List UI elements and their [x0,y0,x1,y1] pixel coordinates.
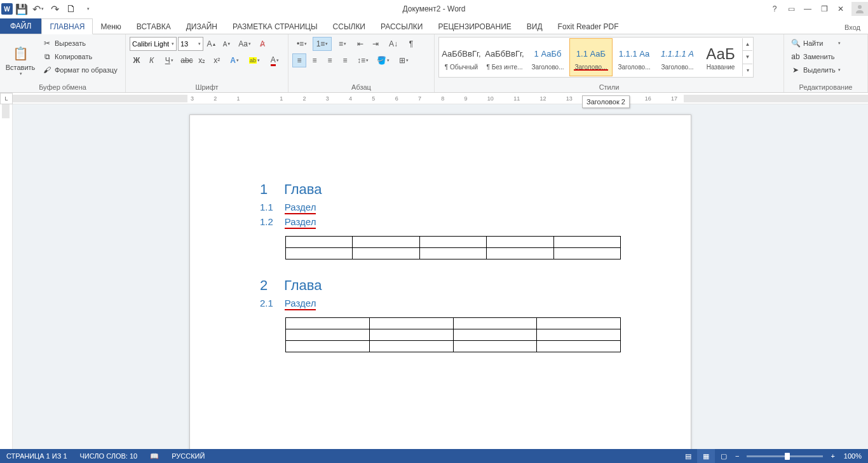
font-size-dropdown[interactable]: 13▾ [178,37,203,51]
styles-scroll-2[interactable]: ▾ [743,64,752,76]
format-painter-button[interactable]: 🖌Формат по образцу [39,64,120,76]
table-cell[interactable] [286,341,370,352]
borders-button[interactable]: ⊞▾ [394,53,413,67]
table-cell[interactable] [553,237,620,248]
tab-review[interactable]: РЕЦЕНЗИРОВАНИЕ [430,19,519,34]
align-right-button[interactable]: ≡ [323,53,337,67]
table-cell[interactable] [419,248,486,259]
status-page[interactable]: СТРАНИЦА 1 ИЗ 1 [0,449,74,463]
table-cell[interactable] [369,329,453,341]
underline-button[interactable]: Ч▾ [159,53,179,67]
bullets-button[interactable]: •≡▾ [292,37,311,51]
style-item-5[interactable]: 1.1.1.1 АЗаголово... [656,38,699,76]
table-cell[interactable] [286,248,353,259]
highlight-button[interactable]: ab▾ [245,53,264,67]
tab-view[interactable]: ВИД [519,19,550,34]
table-cell[interactable] [286,237,353,248]
align-left-button[interactable]: ≡ [292,53,306,67]
qat-new-button[interactable]: 🗋 [64,1,79,17]
view-print-button[interactable]: ▦ [697,449,715,463]
heading-2[interactable]: 2Глава [260,277,621,294]
replace-button[interactable]: abЗаменить [788,50,843,63]
tab-file[interactable]: ФАЙЛ [0,18,41,34]
style-item-0[interactable]: АаБбВвГг,¶ Обычный [440,38,483,76]
help-button[interactable]: ? [766,1,783,17]
table-cell[interactable] [537,318,621,329]
sort-button[interactable]: A↓ [384,37,403,51]
decrease-indent-button[interactable]: ⇤ [353,37,367,51]
increase-indent-button[interactable]: ⇥ [369,37,383,51]
text-effects-button[interactable]: A▾ [225,53,244,67]
table-cell[interactable] [453,329,537,341]
user-avatar[interactable] [851,2,868,16]
zoom-level[interactable]: 100% [837,452,868,460]
shading-button[interactable]: 🪣▾ [374,53,393,67]
table-cell[interactable] [487,237,553,248]
show-marks-button[interactable]: ¶ [404,37,418,51]
font-color-button[interactable]: A▾ [265,53,284,67]
style-item-2[interactable]: 1 АаБбЗаголово... [526,38,569,76]
zoom-out-button[interactable]: − [733,452,742,460]
tab-menu[interactable]: Меню [93,19,128,34]
strike-button[interactable]: abc [180,53,194,67]
table-cell[interactable] [353,237,419,248]
cut-button[interactable]: ✂Вырезать [39,37,120,50]
table-cell[interactable] [369,318,453,329]
document-page[interactable]: 1Глава 1.1Раздел 1.2Раздел 2Глава 2.1Раз… [189,114,691,449]
styles-gallery[interactable]: АаБбВвГг,¶ ОбычныйАаБбВвГг,¶ Без инте...… [438,37,754,78]
qat-redo-button[interactable]: ↷ [47,1,62,17]
vertical-ruler[interactable] [0,104,13,449]
table-2[interactable] [285,317,621,352]
subscript-button[interactable]: x₂ [195,53,209,67]
superscript-button[interactable]: x² [210,53,224,67]
style-item-6[interactable]: АаБНазвание [699,38,742,76]
tab-layout[interactable]: РАЗМЕТКА СТРАНИЦЫ [225,19,325,34]
sign-in-link[interactable]: Вход [841,21,864,34]
styles-scroll-0[interactable]: ▲ [743,38,752,51]
tab-home[interactable]: ГЛАВНАЯ [41,18,93,34]
close-button[interactable]: ✕ [832,1,849,17]
status-words[interactable]: ЧИСЛО СЛОВ: 10 [74,449,144,463]
tab-mailings[interactable]: РАССЫЛКИ [373,19,430,34]
status-proofing[interactable]: 📖 [144,449,165,463]
copy-button[interactable]: ⧉Копировать [39,50,120,63]
font-name-dropdown[interactable]: Calibri Light▾ [130,37,177,51]
align-center-button[interactable]: ≡ [308,53,322,67]
styles-scroll-1[interactable]: ▼ [743,51,752,64]
table-cell[interactable] [453,341,537,352]
line-spacing-button[interactable]: ↕≡▾ [353,53,372,67]
tab-design[interactable]: ДИЗАЙН [179,19,225,34]
paste-button[interactable]: 📋 Вставить▾ [4,37,37,82]
horizontal-ruler[interactable]: 3211234567891011121314151617 [13,93,868,104]
select-button[interactable]: ➤Выделить▾ [788,64,843,76]
justify-button[interactable]: ≡ [338,53,352,67]
grow-font-button[interactable]: A▲ [205,37,219,51]
qat-save-button[interactable]: 💾 [14,1,29,17]
table-cell[interactable] [487,248,553,259]
table-cell[interactable] [369,341,453,352]
bold-button[interactable]: Ж [130,53,144,67]
table-cell[interactable] [286,318,370,329]
heading-1[interactable]: 1Глава [260,181,621,198]
table-cell[interactable] [537,329,621,341]
view-read-button[interactable]: ▤ [679,449,697,463]
table-cell[interactable] [537,341,621,352]
find-button[interactable]: 🔍Найти▾ [788,37,843,50]
maximize-button[interactable]: ❐ [816,1,832,17]
zoom-slider[interactable] [747,455,823,457]
tab-references[interactable]: ССЫЛКИ [325,19,373,34]
numbering-button[interactable]: 1≡▾ [313,37,332,51]
view-web-button[interactable]: ▢ [715,449,733,463]
shrink-font-button[interactable]: A▼ [220,37,234,51]
zoom-in-button[interactable]: + [828,452,837,460]
multilevel-button[interactable]: ≡▾ [333,37,352,51]
status-language[interactable]: РУССКИЙ [165,449,211,463]
heading-2-1[interactable]: 2.1Раздел [260,298,621,308]
qat-customize-button[interactable]: ▾ [80,1,95,17]
table-1[interactable] [285,236,621,259]
tab-foxit[interactable]: Foxit Reader PDF [550,19,627,34]
table-cell[interactable] [353,248,419,259]
minimize-button[interactable]: — [799,1,816,17]
table-cell[interactable] [453,318,537,329]
ribbon-options-button[interactable]: ▭ [783,1,799,17]
